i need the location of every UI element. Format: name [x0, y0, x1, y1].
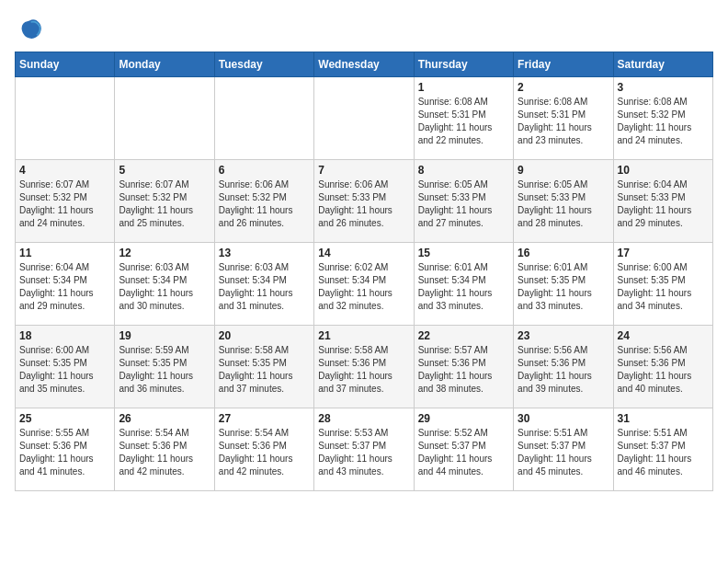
calendar-cell: 10Sunrise: 6:04 AM Sunset: 5:33 PM Dayli…: [613, 160, 712, 243]
calendar-cell: 22Sunrise: 5:57 AM Sunset: 5:36 PM Dayli…: [414, 326, 513, 408]
calendar-cell: [214, 77, 313, 160]
calendar-cell: [314, 77, 414, 160]
day-info: Sunrise: 6:00 AM Sunset: 5:35 PM Dayligh…: [618, 261, 709, 313]
calendar-cell: 1Sunrise: 6:08 AM Sunset: 5:31 PM Daylig…: [414, 77, 513, 160]
day-info: Sunrise: 5:56 AM Sunset: 5:36 PM Dayligh…: [618, 344, 709, 396]
calendar-cell: 5Sunrise: 6:07 AM Sunset: 5:32 PM Daylig…: [115, 160, 214, 243]
day-info: Sunrise: 5:51 AM Sunset: 5:37 PM Dayligh…: [618, 427, 709, 478]
calendar-cell: 29Sunrise: 5:52 AM Sunset: 5:37 PM Dayli…: [414, 408, 513, 491]
day-number: 1: [418, 81, 509, 94]
calendar-cell: 19Sunrise: 5:59 AM Sunset: 5:35 PM Dayli…: [115, 326, 214, 408]
day-of-week-header: Wednesday: [314, 52, 414, 77]
calendar-cell: 27Sunrise: 5:54 AM Sunset: 5:36 PM Dayli…: [214, 408, 313, 491]
day-number: 13: [219, 247, 310, 259]
day-info: Sunrise: 6:00 AM Sunset: 5:35 PM Dayligh…: [19, 344, 110, 396]
day-number: 4: [19, 164, 110, 177]
day-info: Sunrise: 6:07 AM Sunset: 5:32 PM Dayligh…: [119, 178, 210, 230]
day-number: 27: [219, 412, 310, 425]
day-info: Sunrise: 6:06 AM Sunset: 5:33 PM Dayligh…: [318, 178, 409, 230]
calendar-cell: [16, 77, 115, 160]
calendar-cell: 6Sunrise: 6:06 AM Sunset: 5:32 PM Daylig…: [214, 160, 313, 243]
day-number: 24: [618, 329, 709, 342]
calendar-week-row: 4Sunrise: 6:07 AM Sunset: 5:32 PM Daylig…: [16, 160, 713, 243]
day-number: 20: [219, 329, 310, 342]
day-number: 31: [618, 412, 709, 425]
calendar-cell: 25Sunrise: 5:55 AM Sunset: 5:36 PM Dayli…: [16, 408, 115, 491]
calendar-cell: 2Sunrise: 6:08 AM Sunset: 5:31 PM Daylig…: [514, 77, 613, 160]
calendar-cell: 16Sunrise: 6:01 AM Sunset: 5:35 PM Dayli…: [514, 243, 613, 326]
day-info: Sunrise: 6:07 AM Sunset: 5:32 PM Dayligh…: [19, 178, 110, 230]
day-info: Sunrise: 5:53 AM Sunset: 5:37 PM Dayligh…: [318, 427, 409, 478]
day-number: 19: [119, 329, 210, 342]
day-number: 8: [418, 164, 509, 177]
calendar-cell: 3Sunrise: 6:08 AM Sunset: 5:32 PM Daylig…: [613, 77, 712, 160]
day-number: 15: [418, 247, 509, 259]
calendar-week-row: 25Sunrise: 5:55 AM Sunset: 5:36 PM Dayli…: [16, 408, 713, 491]
day-info: Sunrise: 6:08 AM Sunset: 5:32 PM Dayligh…: [618, 96, 709, 147]
calendar-cell: 13Sunrise: 6:03 AM Sunset: 5:34 PM Dayli…: [214, 243, 313, 326]
calendar-header: SundayMondayTuesdayWednesdayThursdayFrid…: [16, 52, 713, 77]
day-info: Sunrise: 6:05 AM Sunset: 5:33 PM Dayligh…: [518, 178, 609, 230]
day-of-week-header: Sunday: [16, 52, 115, 77]
day-info: Sunrise: 5:57 AM Sunset: 5:36 PM Dayligh…: [418, 344, 509, 396]
calendar-body: 1Sunrise: 6:08 AM Sunset: 5:31 PM Daylig…: [16, 77, 713, 491]
day-number: 18: [19, 329, 110, 342]
calendar-cell: 11Sunrise: 6:04 AM Sunset: 5:34 PM Dayli…: [16, 243, 115, 326]
day-number: 22: [418, 329, 509, 342]
calendar-week-row: 1Sunrise: 6:08 AM Sunset: 5:31 PM Daylig…: [16, 77, 713, 160]
day-info: Sunrise: 6:05 AM Sunset: 5:33 PM Dayligh…: [418, 178, 509, 230]
day-of-week-header: Thursday: [414, 52, 513, 77]
calendar-cell: 7Sunrise: 6:06 AM Sunset: 5:33 PM Daylig…: [314, 160, 414, 243]
day-number: 16: [518, 247, 609, 259]
day-number: 12: [119, 247, 210, 259]
calendar-cell: 30Sunrise: 5:51 AM Sunset: 5:37 PM Dayli…: [514, 408, 613, 491]
day-number: 25: [19, 412, 110, 425]
calendar-cell: 17Sunrise: 6:00 AM Sunset: 5:35 PM Dayli…: [613, 243, 712, 326]
calendar-week-row: 18Sunrise: 6:00 AM Sunset: 5:35 PM Dayli…: [16, 326, 713, 408]
calendar-cell: 31Sunrise: 5:51 AM Sunset: 5:37 PM Dayli…: [613, 408, 712, 491]
page-header: [15, 15, 713, 44]
day-info: Sunrise: 6:01 AM Sunset: 5:35 PM Dayligh…: [518, 261, 609, 313]
day-info: Sunrise: 5:52 AM Sunset: 5:37 PM Dayligh…: [418, 427, 509, 478]
header-row: SundayMondayTuesdayWednesdayThursdayFrid…: [16, 52, 713, 77]
day-info: Sunrise: 6:03 AM Sunset: 5:34 PM Dayligh…: [219, 261, 310, 313]
day-info: Sunrise: 6:08 AM Sunset: 5:31 PM Dayligh…: [418, 96, 509, 147]
calendar-cell: 24Sunrise: 5:56 AM Sunset: 5:36 PM Dayli…: [613, 326, 712, 408]
day-info: Sunrise: 6:06 AM Sunset: 5:32 PM Dayligh…: [219, 178, 310, 230]
day-info: Sunrise: 5:55 AM Sunset: 5:36 PM Dayligh…: [19, 427, 110, 478]
calendar-cell: 14Sunrise: 6:02 AM Sunset: 5:34 PM Dayli…: [314, 243, 414, 326]
day-info: Sunrise: 6:02 AM Sunset: 5:34 PM Dayligh…: [318, 261, 409, 313]
calendar-table: SundayMondayTuesdayWednesdayThursdayFrid…: [15, 52, 713, 491]
day-info: Sunrise: 5:54 AM Sunset: 5:36 PM Dayligh…: [219, 427, 310, 478]
calendar-cell: 21Sunrise: 5:58 AM Sunset: 5:36 PM Dayli…: [314, 326, 414, 408]
day-info: Sunrise: 6:03 AM Sunset: 5:34 PM Dayligh…: [119, 261, 210, 313]
day-of-week-header: Monday: [115, 52, 214, 77]
day-info: Sunrise: 6:04 AM Sunset: 5:34 PM Dayligh…: [19, 261, 110, 313]
day-of-week-header: Tuesday: [214, 52, 313, 77]
calendar-cell: 8Sunrise: 6:05 AM Sunset: 5:33 PM Daylig…: [414, 160, 513, 243]
day-number: 10: [618, 164, 709, 177]
day-info: Sunrise: 5:58 AM Sunset: 5:35 PM Dayligh…: [219, 344, 310, 396]
calendar-cell: 12Sunrise: 6:03 AM Sunset: 5:34 PM Dayli…: [115, 243, 214, 326]
day-info: Sunrise: 5:54 AM Sunset: 5:36 PM Dayligh…: [119, 427, 210, 478]
day-info: Sunrise: 5:59 AM Sunset: 5:35 PM Dayligh…: [119, 344, 210, 396]
day-number: 5: [119, 164, 210, 177]
day-info: Sunrise: 5:51 AM Sunset: 5:37 PM Dayligh…: [518, 427, 609, 478]
day-number: 6: [219, 164, 310, 177]
day-number: 30: [518, 412, 609, 425]
day-of-week-header: Saturday: [613, 52, 712, 77]
day-of-week-header: Friday: [514, 52, 613, 77]
logo-icon: [15, 15, 44, 44]
calendar-cell: 26Sunrise: 5:54 AM Sunset: 5:36 PM Dayli…: [115, 408, 214, 491]
calendar-cell: 23Sunrise: 5:56 AM Sunset: 5:36 PM Dayli…: [514, 326, 613, 408]
day-info: Sunrise: 5:56 AM Sunset: 5:36 PM Dayligh…: [518, 344, 609, 396]
day-info: Sunrise: 6:04 AM Sunset: 5:33 PM Dayligh…: [618, 178, 709, 230]
day-number: 14: [318, 247, 409, 259]
calendar-cell: 9Sunrise: 6:05 AM Sunset: 5:33 PM Daylig…: [514, 160, 613, 243]
day-number: 26: [119, 412, 210, 425]
day-number: 11: [19, 247, 110, 259]
calendar-cell: 4Sunrise: 6:07 AM Sunset: 5:32 PM Daylig…: [16, 160, 115, 243]
day-info: Sunrise: 5:58 AM Sunset: 5:36 PM Dayligh…: [318, 344, 409, 396]
day-number: 9: [518, 164, 609, 177]
day-info: Sunrise: 6:08 AM Sunset: 5:31 PM Dayligh…: [518, 96, 609, 147]
